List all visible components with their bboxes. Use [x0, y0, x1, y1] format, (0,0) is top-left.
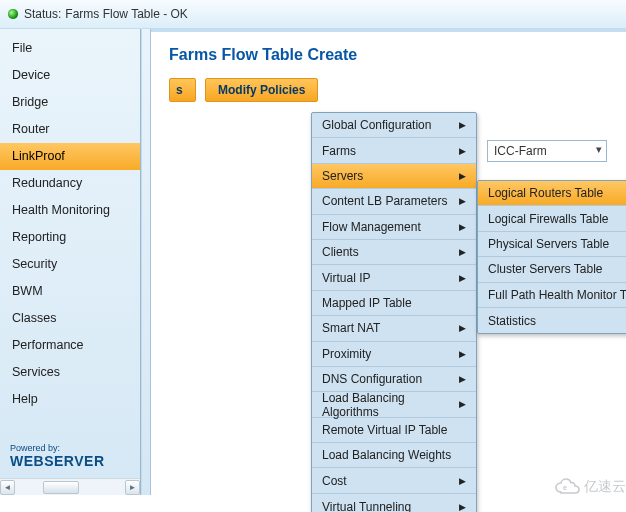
status-value: Farms Flow Table - OK: [65, 7, 187, 21]
menu-item-label: Proximity: [322, 347, 371, 361]
modify-policies-button[interactable]: Modify Policies: [205, 78, 318, 102]
chevron-right-icon: ▶: [459, 399, 466, 409]
menu-item-remote-virtual-ip-table[interactable]: Remote Virtual IP Table: [312, 418, 476, 443]
submenu-item-label: Full Path Health Monitor Table: [488, 288, 626, 302]
menu-item-dns-configuration[interactable]: DNS Configuration▶: [312, 367, 476, 392]
sidebar-item-label: LinkProof: [12, 149, 65, 163]
chevron-right-icon: ▶: [459, 273, 466, 283]
menu-item-label: Virtual Tunneling: [322, 500, 411, 512]
submenu-item-logical-routers-table[interactable]: Logical Routers Table: [478, 181, 626, 206]
chevron-right-icon: ▶: [459, 196, 466, 206]
sidebar-item-router[interactable]: Router: [0, 116, 140, 143]
menu-item-mapped-ip-table[interactable]: Mapped IP Table: [312, 291, 476, 316]
menu-item-load-balancing-algorithms[interactable]: Load Balancing Algorithms▶: [312, 392, 476, 417]
sidebar-item-label: Security: [12, 257, 57, 271]
sidebar-item-label: BWM: [12, 284, 43, 298]
sidebar-item-bridge[interactable]: Bridge: [0, 89, 140, 116]
menu-item-cost[interactable]: Cost▶: [312, 468, 476, 493]
sidebar-item-reporting[interactable]: Reporting: [0, 224, 140, 251]
chevron-right-icon: ▶: [459, 349, 466, 359]
menu-item-label: Load Balancing Algorithms: [322, 391, 459, 419]
chevron-right-icon: ▶: [459, 247, 466, 257]
submenu-item-physical-servers-table[interactable]: Physical Servers Table: [478, 232, 626, 257]
menu-item-label: Global Configuration: [322, 118, 431, 132]
content-area: Farms Flow Table Create s Modify Policie…: [151, 29, 626, 495]
menu-item-label: Mapped IP Table: [322, 296, 412, 310]
menu-item-label: DNS Configuration: [322, 372, 422, 386]
farm-select-value: ICC-Farm: [494, 144, 547, 158]
submenu-item-label: Logical Firewalls Table: [488, 212, 609, 226]
menu-item-content-lb-parameters[interactable]: Content LB Parameters▶: [312, 189, 476, 214]
main-menu: Global Configuration▶Farms▶Servers▶Conte…: [311, 112, 477, 512]
sidebar-item-label: File: [12, 41, 32, 55]
sidebar-item-performance[interactable]: Performance: [0, 332, 140, 359]
sidebar-item-label: Reporting: [12, 230, 66, 244]
menu-item-label: Servers: [322, 169, 363, 183]
menu-item-label: Flow Management: [322, 220, 421, 234]
chevron-right-icon: ▶: [459, 502, 466, 512]
sidebar-item-health-monitoring[interactable]: Health Monitoring: [0, 197, 140, 224]
chevron-right-icon: ▶: [459, 222, 466, 232]
chevron-right-icon: ▶: [459, 323, 466, 333]
servers-submenu: Logical Routers TableLogical Firewalls T…: [477, 180, 626, 334]
submenu-item-full-path-health-monitor-table[interactable]: Full Path Health Monitor Table: [478, 283, 626, 308]
chevron-right-icon: ▶: [459, 374, 466, 384]
sidebar-item-label: Device: [12, 68, 50, 82]
farm-select[interactable]: ICC-Farm: [487, 140, 607, 162]
submenu-item-label: Statistics: [488, 314, 536, 328]
cloud-icon: e: [554, 478, 582, 496]
sidebar: FileDeviceBridgeRouterLinkProofRedundanc…: [0, 29, 141, 495]
menu-item-flow-management[interactable]: Flow Management▶: [312, 215, 476, 240]
sidebar-item-label: Redundancy: [12, 176, 82, 190]
scroll-left-icon[interactable]: ◄: [0, 480, 15, 495]
menu-item-load-balancing-weights[interactable]: Load Balancing Weights: [312, 443, 476, 468]
menu-item-label: Content LB Parameters: [322, 194, 447, 208]
menu-item-servers[interactable]: Servers▶: [312, 164, 476, 189]
menu-item-clients[interactable]: Clients▶: [312, 240, 476, 265]
sidebar-item-bwm[interactable]: BWM: [0, 278, 140, 305]
toolbar-button-partial[interactable]: s: [169, 78, 196, 102]
menu-item-proximity[interactable]: Proximity▶: [312, 342, 476, 367]
toolbar: s Modify Policies: [169, 78, 626, 102]
sidebar-item-label: Router: [12, 122, 50, 136]
menu-item-label: Remote Virtual IP Table: [322, 423, 447, 437]
submenu-item-statistics[interactable]: Statistics: [478, 308, 626, 333]
menu-item-global-configuration[interactable]: Global Configuration▶: [312, 113, 476, 138]
status-light-icon: [8, 9, 18, 19]
sidebar-item-label: Classes: [12, 311, 56, 325]
submenu-item-label: Physical Servers Table: [488, 237, 609, 251]
sidebar-item-security[interactable]: Security: [0, 251, 140, 278]
submenu-item-label: Logical Routers Table: [488, 186, 603, 200]
svg-text:e: e: [563, 484, 567, 491]
splitter[interactable]: [141, 29, 151, 495]
watermark: e 亿速云: [554, 478, 626, 496]
chevron-right-icon: ▶: [459, 476, 466, 486]
chevron-right-icon: ▶: [459, 146, 466, 156]
menu-item-label: Smart NAT: [322, 321, 380, 335]
chevron-right-icon: ▶: [459, 171, 466, 181]
sidebar-item-redundancy[interactable]: Redundancy: [0, 170, 140, 197]
menu-item-label: Farms: [322, 144, 356, 158]
menu-item-farms[interactable]: Farms▶: [312, 138, 476, 163]
menu-item-smart-nat[interactable]: Smart NAT▶: [312, 316, 476, 341]
scroll-right-icon[interactable]: ►: [125, 480, 140, 495]
submenu-item-cluster-servers-table[interactable]: Cluster Servers Table: [478, 257, 626, 282]
menu-item-virtual-tunneling[interactable]: Virtual Tunneling▶: [312, 494, 476, 512]
menu-item-label: Load Balancing Weights: [322, 448, 451, 462]
submenu-item-label: Cluster Servers Table: [488, 262, 603, 276]
menu-item-label: Virtual IP: [322, 271, 370, 285]
sidebar-scrollbar[interactable]: ◄ ►: [0, 478, 140, 495]
sidebar-item-services[interactable]: Services: [0, 359, 140, 386]
sidebar-item-label: Bridge: [12, 95, 48, 109]
scroll-thumb[interactable]: [43, 481, 79, 494]
sidebar-item-linkproof[interactable]: LinkProof: [0, 143, 140, 170]
chevron-right-icon: ▶: [459, 120, 466, 130]
submenu-item-logical-firewalls-table[interactable]: Logical Firewalls Table: [478, 206, 626, 231]
sidebar-item-classes[interactable]: Classes: [0, 305, 140, 332]
menu-item-virtual-ip[interactable]: Virtual IP▶: [312, 265, 476, 290]
sidebar-item-label: Help: [12, 392, 38, 406]
sidebar-item-file[interactable]: File: [0, 35, 140, 62]
sidebar-item-help[interactable]: Help: [0, 386, 140, 413]
page-title: Farms Flow Table Create: [169, 46, 626, 64]
sidebar-item-device[interactable]: Device: [0, 62, 140, 89]
